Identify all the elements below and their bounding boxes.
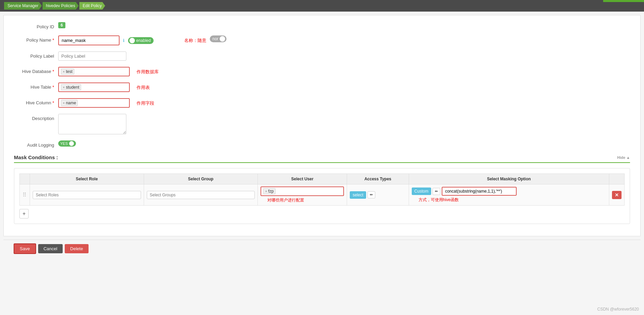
table-header-row: Select Role Select Group Select User Acc…: [20, 174, 625, 184]
cancel-button[interactable]: Cancel: [38, 244, 63, 253]
group-cell[interactable]: [144, 184, 258, 206]
hive-table-group: Hive Table * × student 作用表: [14, 82, 630, 92]
col-masking-option: Select Masking Option: [409, 174, 609, 184]
access-type-cell[interactable]: select ✏: [347, 184, 409, 206]
col-access-types: Access Types: [347, 174, 409, 184]
breadcrumb: Service Manager hivedev Policies Edit Po…: [0, 0, 644, 12]
hide-link[interactable]: Hide ▲: [617, 155, 630, 160]
hive-database-tag: × test: [61, 69, 74, 75]
hive-column-label: Hive Column *: [14, 98, 58, 105]
info-icon: ℹ: [123, 38, 125, 43]
audit-yes-label: YES: [60, 141, 68, 146]
mask-expression-input[interactable]: [442, 187, 517, 196]
hive-database-input[interactable]: × test: [58, 67, 130, 76]
save-button[interactable]: Save: [14, 243, 36, 254]
breadcrumb-edit-policy[interactable]: Edit Policy: [79, 2, 106, 10]
hive-column-tag-value: name: [66, 101, 76, 105]
top-progress-bar: [603, 0, 644, 2]
description-label: Description: [14, 114, 58, 121]
policy-label-group: Policy Label: [14, 51, 630, 61]
bottom-bar: Save Cancel Delete: [3, 240, 641, 257]
hive-table-tag-value: student: [66, 85, 79, 90]
drag-cell: ⠿: [20, 184, 30, 206]
conditions-table: Select Role Select Group Select User Acc…: [19, 174, 625, 206]
annotation-table: 作用表: [137, 82, 150, 91]
user-tag-close-icon[interactable]: ×: [265, 189, 267, 193]
hive-column-tag: × name: [61, 100, 78, 106]
col-select-user: Select User: [258, 174, 347, 184]
toggle-circle: [129, 38, 135, 43]
not-label: nor: [213, 36, 218, 41]
tag-close-icon[interactable]: ×: [63, 70, 65, 74]
toggle-circle-2: [220, 36, 225, 42]
policy-name-label: Policy Name *: [14, 35, 58, 43]
policy-id-group: Policy ID 6: [14, 22, 630, 29]
enabled-label: enabled: [136, 38, 151, 43]
annotation-user: 对哪些用户进行配置: [267, 197, 344, 203]
audit-logging-label: Audit Logging: [14, 140, 58, 148]
hive-table-label: Hive Table *: [14, 82, 58, 90]
custom-button[interactable]: Custom: [412, 188, 431, 195]
hive-database-group: Hive Database * × test 作用数据库: [14, 67, 630, 76]
col-action: [609, 174, 625, 184]
access-type-button[interactable]: select: [350, 191, 366, 199]
user-tag-input[interactable]: × fzp: [261, 186, 344, 196]
enabled-toggle[interactable]: enabled: [128, 37, 154, 44]
breadcrumb-link-hivedev[interactable]: hivedev Policies: [43, 2, 79, 10]
user-tag-value: fzp: [268, 189, 274, 194]
policy-name-input[interactable]: [58, 35, 120, 45]
select-groups-input[interactable]: [147, 191, 255, 199]
role-cell[interactable]: [30, 184, 144, 206]
drag-handle-icon[interactable]: ⠿: [22, 192, 27, 198]
user-cell[interactable]: × fzp 对哪些用户进行配置: [258, 184, 347, 206]
user-tag: × fzp: [263, 188, 275, 194]
annotation-column: 作用字段: [137, 98, 154, 106]
breadcrumb-hivedev[interactable]: hivedev Policies: [43, 2, 79, 10]
annotation-database: 作用数据库: [137, 67, 159, 75]
policy-id-label: Policy ID: [14, 22, 58, 29]
delete-cell[interactable]: ✕: [609, 184, 625, 206]
required-star: *: [52, 38, 54, 43]
hive-column-input[interactable]: × name: [58, 98, 130, 108]
conditions-wrapper: Select Role Select Group Select User Acc…: [14, 168, 630, 224]
add-row-container: +: [19, 209, 625, 219]
audit-logging-toggle[interactable]: YES: [58, 140, 76, 147]
col-select-group: Select Group: [144, 174, 258, 184]
policy-name-group: Policy Name * ℹ enabled 名称：随意 nor: [14, 35, 630, 45]
hive-column-group: Hive Column * × name 作用字段: [14, 98, 630, 108]
hive-database-label: Hive Database *: [14, 67, 58, 74]
table-row: ⠿ ×: [20, 184, 625, 206]
section-title: Mask Conditions :: [14, 154, 58, 160]
description-group: Description: [14, 114, 630, 134]
add-row-button[interactable]: +: [19, 209, 29, 219]
delete-button[interactable]: Delete: [65, 244, 89, 253]
breadcrumb-service-manager[interactable]: Service Manager: [4, 2, 43, 10]
masking-option-cell[interactable]: Custom ✏ 方式，可使用hive函数: [409, 184, 609, 206]
disabled-toggle[interactable]: nor: [210, 35, 226, 42]
policy-label-input[interactable]: [58, 51, 126, 61]
main-content: Policy ID 6 Policy Name * ℹ enabled 名称：随…: [3, 15, 641, 236]
hive-table-input[interactable]: × student: [58, 82, 130, 92]
select-roles-input[interactable]: [33, 191, 141, 199]
tag-close-column-icon[interactable]: ×: [63, 101, 65, 105]
col-select-role: Select Role: [30, 174, 144, 184]
tag-close-table-icon[interactable]: ×: [63, 85, 65, 89]
col-drag: [20, 174, 30, 184]
breadcrumb-link-service-manager[interactable]: Service Manager: [4, 2, 42, 10]
audit-logging-group: Audit Logging YES: [14, 140, 630, 148]
policy-id-badge: 6: [58, 22, 65, 28]
annotation-name: 名称：随意: [184, 36, 206, 43]
annotation-mask: 方式，可使用hive函数: [419, 197, 606, 203]
policy-label-label: Policy Label: [14, 51, 58, 59]
breadcrumb-link-edit-policy[interactable]: Edit Policy: [79, 2, 105, 10]
masking-edit-button[interactable]: ✏: [433, 188, 440, 195]
mask-conditions-section: Mask Conditions : Hide ▲ Select Role Sel…: [14, 154, 630, 224]
delete-row-button[interactable]: ✕: [612, 191, 622, 199]
access-type-edit-button[interactable]: ✏: [367, 191, 375, 198]
hive-database-tag-value: test: [66, 69, 72, 74]
hive-table-tag: × student: [61, 84, 81, 90]
description-input[interactable]: [58, 114, 126, 134]
section-header: Mask Conditions : Hide ▲: [14, 154, 630, 163]
audit-toggle-circle: [69, 141, 74, 146]
